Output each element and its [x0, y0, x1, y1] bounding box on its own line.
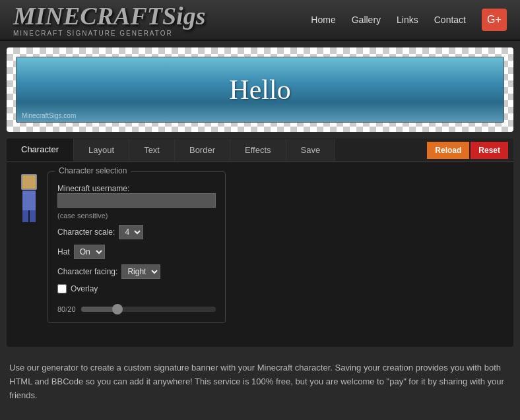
reload-button[interactable]: Reload: [427, 142, 469, 159]
scale-label: Character scale:: [57, 227, 115, 237]
nav-home[interactable]: Home: [311, 15, 335, 25]
tab-layout[interactable]: Layout: [74, 139, 129, 161]
tab-effects[interactable]: Effects: [230, 139, 286, 161]
facing-label: Character facing:: [57, 267, 117, 276]
tab-save[interactable]: Save: [286, 139, 336, 161]
gplus-button[interactable]: G+: [482, 9, 507, 31]
hat-row: Hat On Off: [57, 245, 216, 259]
character-right-leg: [30, 210, 36, 222]
tab-text[interactable]: Text: [129, 139, 175, 161]
overlay-checkbox[interactable]: [57, 284, 67, 293]
preview-watermark: MinecraftSigs.com: [22, 112, 76, 119]
preview-area: Hello MinecraftSigs.com: [7, 47, 513, 132]
hat-select[interactable]: On Off: [74, 245, 105, 259]
header: MINECRAFTSigs MINECRAFT SIGNATURE GENERA…: [0, 0, 520, 41]
scale-row: Character scale: 4: [57, 225, 216, 239]
facing-select[interactable]: Right Left: [121, 264, 160, 279]
nav-gallery[interactable]: Gallery: [352, 15, 381, 25]
character-body: [22, 191, 36, 210]
overlay-label: Overlay: [71, 284, 98, 293]
character-head: [21, 174, 37, 190]
character-selection-legend: Character selection: [55, 166, 131, 175]
preview-hello-text: Hello: [229, 74, 290, 105]
preview-banner: Hello MinecraftSigs.com: [16, 57, 504, 123]
character-selection-group: Character selection Minecraft username: …: [48, 171, 226, 323]
nav-links[interactable]: Links: [397, 15, 418, 25]
nav-contact[interactable]: Contact: [434, 15, 466, 25]
slider-thumb[interactable]: [112, 304, 123, 315]
character-left-leg: [22, 210, 28, 222]
username-input[interactable]: [57, 193, 216, 208]
slider-count: 80/20: [57, 305, 76, 313]
main-panel: Character Layout Text Border Effects Sav…: [7, 138, 513, 347]
reset-button[interactable]: Reset: [471, 142, 508, 159]
character-tab-content: Character selection Minecraft username: …: [7, 162, 513, 347]
nav-links: Home Gallery Links Contact G+: [311, 9, 507, 31]
logo-text: MINECRAFTSigs: [13, 3, 205, 28]
scale-select[interactable]: 4: [119, 225, 143, 239]
tab-character[interactable]: Character: [7, 138, 74, 162]
character-legs: [22, 210, 36, 222]
overlay-row: Overlay: [57, 284, 216, 293]
tab-border[interactable]: Border: [175, 139, 230, 161]
slider-fill: [81, 307, 115, 312]
logo-main: MINECRAFT: [13, 2, 162, 30]
character-preview-column: [17, 171, 41, 222]
logo-area: MINECRAFTSigs MINECRAFT SIGNATURE GENERA…: [13, 3, 205, 37]
tab-bar: Character Layout Text Border Effects Sav…: [7, 138, 513, 162]
logo-italic: Sigs: [162, 2, 205, 30]
username-label: Minecraft username:: [57, 184, 212, 193]
description-text: Use our generator to create a custom sig…: [0, 353, 520, 410]
case-note: (case sensitive): [57, 212, 216, 220]
slider-track[interactable]: [81, 307, 216, 312]
facing-row: Character facing: Right Left: [57, 264, 216, 279]
hat-label: Hat: [57, 247, 70, 256]
logo-subtitle: MINECRAFT SIGNATURE GENERATOR: [13, 30, 205, 37]
slider-area: 80/20: [57, 305, 216, 313]
